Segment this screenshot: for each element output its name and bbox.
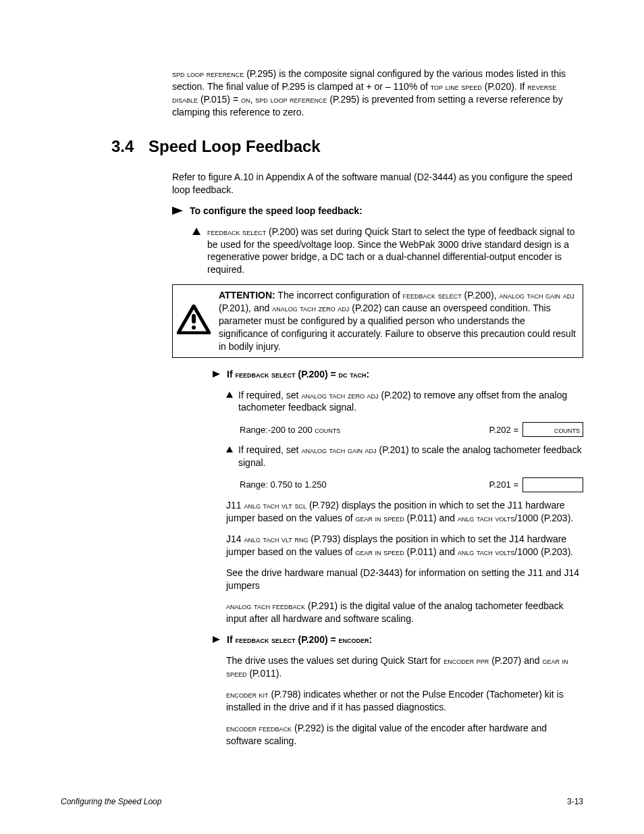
j11-paragraph: J11 anlg tach vlt scl (P.792) displays t… bbox=[226, 499, 583, 525]
step-text: feedback select (P.200) was set during Q… bbox=[207, 226, 583, 277]
if-encoder-row: If feedback select (P.200) = encoder: bbox=[213, 633, 583, 646]
encoder-p3: encoder feedback (P.292) is the digital … bbox=[226, 722, 583, 748]
range-text-p202: Range:-200 to 200 counts bbox=[240, 424, 485, 436]
section-title: Speed Loop Feedback bbox=[149, 136, 321, 157]
if-dc-tach-row: If feedback select (P.200) = dc tach: bbox=[213, 368, 583, 381]
attention-box: ATTENTION: The incorrect configuration o… bbox=[172, 284, 583, 357]
refer-paragraph: Refer to figure A.10 in Appendix A of th… bbox=[172, 171, 583, 197]
configure-heading-row: To configure the speed loop feedback: bbox=[172, 205, 583, 217]
page-footer: Configuring the Speed Loop 3-13 bbox=[61, 796, 583, 807]
unit-label-p202: counts bbox=[554, 424, 580, 436]
up-triangle-small-icon bbox=[226, 392, 233, 398]
value-box-p201[interactable] bbox=[522, 477, 583, 492]
section-heading: 3.4 Speed Loop Feedback bbox=[111, 136, 583, 157]
play-marker-small-icon bbox=[213, 371, 220, 377]
j14-paragraph: J14 anlg tach vlt rng (P.793) displays t… bbox=[226, 533, 583, 558]
svg-rect-1 bbox=[192, 314, 196, 323]
up-triangle-small-icon bbox=[226, 446, 233, 452]
analog-feedback-paragraph: analog tach feedback (P.291) is the digi… bbox=[226, 600, 583, 625]
section-number: 3.4 bbox=[111, 136, 149, 157]
footer-page-number: 3-13 bbox=[567, 796, 583, 807]
range-row-p202: Range:-200 to 200 counts P.202 = counts bbox=[240, 422, 583, 437]
play-marker-icon bbox=[172, 207, 183, 215]
up-triangle-icon bbox=[192, 228, 200, 235]
encoder-p2: encoder kit (P.798) indicates whether or… bbox=[226, 688, 583, 714]
see-drive-paragraph: See the drive hardware manual (D2-3443) … bbox=[226, 567, 583, 592]
configure-heading: To configure the speed loop feedback: bbox=[190, 205, 363, 217]
play-marker-small-icon bbox=[213, 636, 220, 643]
dc-step2-text: If required, set analog tach gain adj (P… bbox=[238, 444, 583, 469]
range-row-p201: Range: 0.750 to 1.250 P.201 = bbox=[240, 477, 583, 492]
warning-icon bbox=[177, 305, 211, 338]
intro-paragraph: spd loop reference (P.295) is the compos… bbox=[172, 68, 583, 119]
if-encoder-text: If feedback select (P.200) = encoder: bbox=[227, 633, 372, 646]
encoder-p1: The drive uses the values set during Qui… bbox=[226, 654, 583, 680]
attention-text: ATTENTION: The incorrect configuration o… bbox=[219, 289, 576, 353]
if-dc-tach-text: If feedback select (P.200) = dc tach: bbox=[227, 368, 369, 381]
step-feedback-select: feedback select (P.200) was set during Q… bbox=[192, 226, 583, 277]
dc-step2: If required, set analog tach gain adj (P… bbox=[226, 444, 583, 469]
dc-step1: If required, set analog tach zero adj (P… bbox=[226, 389, 583, 415]
value-box-p202[interactable]: counts bbox=[522, 422, 583, 437]
param-label-p201: P.201 = bbox=[489, 479, 518, 491]
dc-step1-text: If required, set analog tach zero adj (P… bbox=[238, 389, 583, 415]
svg-point-2 bbox=[192, 325, 196, 330]
footer-left: Configuring the Speed Loop bbox=[61, 796, 161, 807]
param-label-p202: P.202 = bbox=[489, 424, 518, 436]
range-text-p201: Range: 0.750 to 1.250 bbox=[240, 479, 485, 491]
